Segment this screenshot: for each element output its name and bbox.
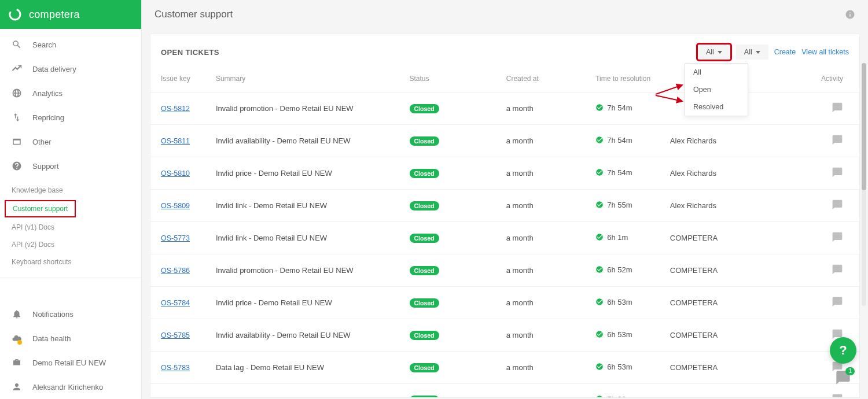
subnav-customer-support[interactable]: Customer support: [5, 200, 76, 217]
cell-created: a month: [501, 190, 590, 222]
table-row: OS-5788Invlid price - Demo Retail EU NEW…: [150, 384, 859, 398]
cell-created: a month: [501, 384, 590, 398]
subnav-keyboard-shortcuts[interactable]: Keyboard shortcuts: [0, 253, 141, 271]
nav-item-project[interactable]: Demo Retail EU NEW: [0, 350, 141, 375]
view-all-link[interactable]: View all tickets: [801, 48, 849, 56]
cell-assignee: Alex Richards: [664, 157, 813, 190]
comment-icon[interactable]: [832, 102, 843, 113]
filter-option-open[interactable]: Open: [685, 81, 748, 98]
table-row: OS-5783Data lag - Demo Retail EU NEWClos…: [150, 352, 859, 384]
cell-assignee: COMPETERA: [664, 352, 813, 384]
issue-key-link[interactable]: OS-5784: [161, 299, 190, 307]
page-title: Customer support: [155, 9, 233, 20]
nav-item-user[interactable]: Aleksandr Kirichenko: [0, 375, 141, 399]
th-created[interactable]: Created at: [501, 65, 590, 93]
sidebar: competera Search Data delivery Analytics…: [0, 0, 142, 399]
caret-down-icon: [756, 51, 760, 54]
cell-summary: Invlid link - Demo Retail EU NEW: [210, 190, 404, 222]
nav-label: Demo Retail EU NEW: [32, 359, 106, 367]
brand-bar: competera: [0, 0, 141, 29]
cell-created: a month: [501, 125, 590, 157]
issue-key-link[interactable]: OS-5785: [161, 331, 190, 339]
cell-ttr: 7h 54m: [595, 104, 632, 112]
nav-item-data-delivery[interactable]: Data delivery: [0, 57, 141, 81]
comment-icon[interactable]: [832, 231, 843, 243]
help-fab[interactable]: ?: [830, 337, 856, 364]
nav-item-notifications[interactable]: Notifications: [0, 302, 141, 326]
cell-ttr: 7h 32m: [595, 395, 632, 397]
filter-option-resolved[interactable]: Resolved: [685, 98, 748, 116]
cell-assignee: Alex Richards: [664, 190, 813, 222]
nav-item-other[interactable]: Other: [0, 130, 141, 154]
check-circle-icon: [595, 104, 604, 112]
status-badge: Closed: [410, 234, 439, 243]
status-badge: Closed: [410, 266, 439, 275]
status-badge: Closed: [410, 331, 439, 340]
filter-second-label: All: [744, 48, 752, 56]
comment-icon[interactable]: [832, 167, 843, 178]
th-ttr[interactable]: Time to resolution: [590, 65, 664, 93]
table-row: OS-5811Invlid availability - Demo Retail…: [150, 125, 859, 157]
filter-option-all[interactable]: All: [685, 64, 748, 81]
issue-key-link[interactable]: OS-5809: [161, 202, 190, 210]
nav-label: Aleksandr Kirichenko: [32, 383, 103, 391]
create-link[interactable]: Create: [774, 48, 796, 56]
comment-icon[interactable]: [832, 199, 843, 210]
nav-lower: Notifications Data health Demo Retail EU…: [0, 302, 141, 399]
comment-icon[interactable]: [832, 296, 843, 308]
panel-title: OPEN TICKETS: [161, 48, 219, 57]
cell-created: a month: [501, 93, 590, 125]
check-circle-icon: [595, 265, 604, 274]
cell-summary: Invlid availability - Demo Retail EU NEW: [210, 125, 404, 157]
subnav-api-v2[interactable]: API (v2) Docs: [0, 236, 141, 253]
tickets-table-wrap[interactable]: Issue key Summary Status Created at Time…: [150, 65, 859, 397]
issue-key-link[interactable]: OS-5811: [161, 137, 190, 145]
check-circle-icon: [595, 395, 604, 397]
th-summary[interactable]: Summary: [210, 65, 404, 93]
brand-name: competera: [29, 9, 80, 21]
subnav-api-v1[interactable]: API (v1) Docs: [0, 219, 141, 236]
issue-key-link[interactable]: OS-5810: [161, 169, 190, 178]
issue-key-link[interactable]: OS-5773: [161, 234, 190, 242]
status-badge: Closed: [410, 396, 439, 398]
table-row: OS-5812Invalid promotion - Demo Retail E…: [150, 93, 859, 125]
cell-summary: Data lag - Demo Retail EU NEW: [210, 352, 404, 384]
nav-label: Support: [32, 162, 59, 171]
globe-icon: [12, 88, 22, 98]
panel-head: OPEN TICKETS All All Create View all tic…: [150, 34, 859, 65]
th-issue-key[interactable]: Issue key: [150, 65, 210, 93]
subnav-knowledge-base[interactable]: Knowledge base: [0, 182, 141, 199]
issue-key-link[interactable]: OS-5788: [161, 396, 190, 397]
status-badge: Closed: [410, 298, 439, 308]
nav-item-analytics[interactable]: Analytics: [0, 81, 141, 105]
check-circle-icon: [595, 233, 604, 241]
cell-assignee: COMPETERA: [664, 222, 813, 254]
nav-item-data-health[interactable]: Data health: [0, 326, 141, 350]
chat-fab[interactable]: 1: [835, 370, 851, 387]
nav-item-repricing[interactable]: Repricing: [0, 105, 141, 130]
nav-item-support[interactable]: Support: [0, 154, 141, 178]
issue-key-link[interactable]: OS-5812: [161, 105, 190, 113]
cell-ttr: 6h 53m: [595, 330, 632, 339]
info-icon[interactable]: [845, 9, 855, 20]
cell-assignee: COMPETERA: [664, 287, 813, 319]
support-subnav: Knowledge base Customer support API (v1)…: [0, 178, 141, 275]
divider: [0, 278, 141, 278]
cell-ttr: 7h 55m: [595, 201, 632, 209]
filter-status-menu: All Open Resolved: [685, 63, 748, 116]
chat-badge: 1: [845, 367, 855, 375]
issue-key-link[interactable]: OS-5786: [161, 267, 190, 275]
nav-item-search[interactable]: Search: [0, 32, 141, 57]
check-circle-icon: [595, 330, 604, 338]
comment-icon[interactable]: [832, 393, 843, 397]
comment-icon[interactable]: [832, 264, 843, 275]
window-icon: [12, 136, 22, 147]
help-icon: [12, 161, 22, 171]
scrollbar[interactable]: [862, 63, 866, 306]
filter-second-dropdown[interactable]: All: [736, 45, 768, 60]
filter-status-dropdown[interactable]: All: [698, 45, 730, 60]
comment-icon[interactable]: [832, 134, 843, 146]
nav-label: Notifications: [32, 310, 73, 319]
issue-key-link[interactable]: OS-5783: [161, 364, 190, 372]
th-status[interactable]: Status: [404, 65, 501, 93]
